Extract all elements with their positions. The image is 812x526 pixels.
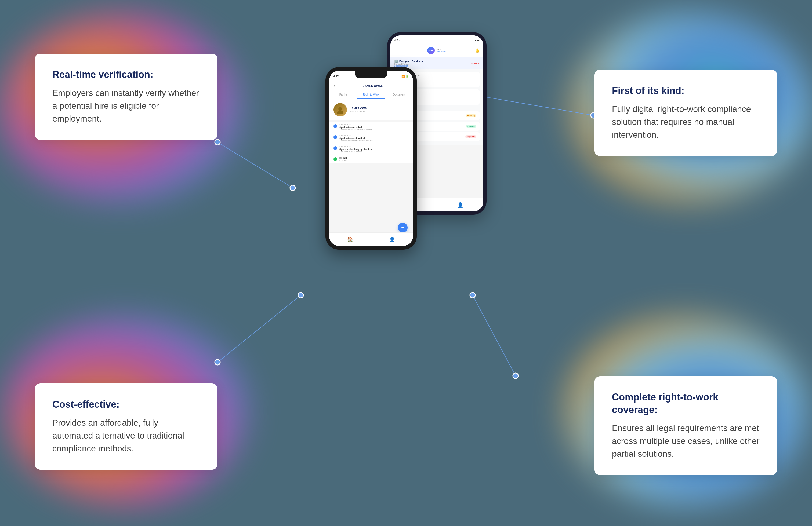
timeline-title-1: Application created <box>339 126 409 129</box>
notification-icon[interactable]: 🔔 <box>475 48 480 52</box>
front-phone-screen: 4:20 📶 🔋 ‹ JAMES OWSL Profile Right to W… <box>329 71 413 246</box>
svg-point-12 <box>338 107 342 111</box>
timeline-sub-2: Application submitted by candidate <box>339 139 409 142</box>
timeline-dot-3 <box>334 146 337 150</box>
back-phone-header: WPC WPC RightToWork 🔔 <box>390 45 483 57</box>
front-status-icons: 📶 🔋 <box>402 75 409 78</box>
card-tr-title: First of its kind: <box>612 85 760 97</box>
svg-point-5 <box>290 185 295 191</box>
card-tl-title: Real-time verification: <box>52 69 200 81</box>
applicant-2-badge: Positive <box>466 125 476 128</box>
timeline-title-4: Result <box>339 156 409 159</box>
company-sub: Standard Package <box>394 63 423 65</box>
fab-add-button[interactable]: + <box>398 223 408 232</box>
card-cost-effective: Cost-effective: Provides an affordable, … <box>35 384 218 470</box>
phone-notch <box>355 71 387 78</box>
sign-out-link[interactable]: Sign out <box>471 62 480 64</box>
logo-subtitle: RightToWork <box>436 51 446 52</box>
front-nav-home-icon[interactable]: 🏠 <box>347 237 353 242</box>
card-br-text: Ensures all legal requirements are met a… <box>612 422 760 460</box>
timeline-sub-3: The right-to-be Entreate <box>339 151 409 153</box>
timeline-dot-4 <box>334 157 337 161</box>
timeline-title-2: Application submitted <box>339 137 409 139</box>
logo-circle: WPC <box>427 47 435 54</box>
logo-text: WPC <box>428 49 434 52</box>
applicant-1-badge: Pending <box>466 114 476 117</box>
front-timeline: 27 Feb 2024 Application created Applicat… <box>329 122 413 163</box>
svg-point-9 <box>298 292 303 298</box>
company-name: Evergreen Solutions <box>399 60 423 62</box>
timeline-content-1: 27 Feb 2024 Application created Applicat… <box>339 123 409 131</box>
svg-point-10 <box>513 373 518 378</box>
card-complete-coverage: Complete right-to-work coverage: Ensures… <box>595 376 777 475</box>
phone-candidate: 4:20 📶 🔋 ‹ JAMES OWSL Profile Right to W… <box>325 67 417 250</box>
card-first-of-kind: First of its kind: Fully digital right-t… <box>595 70 777 156</box>
card-realtime-verification: Real-time verification: Employers can in… <box>35 54 218 140</box>
card-br-title: Complete right-to-work coverage: <box>612 391 760 416</box>
timeline-date-3: 27 Feb 2024 <box>339 146 409 148</box>
card-bl-text: Provides an affordable, fully automated … <box>52 416 200 455</box>
svg-line-3 <box>473 295 516 376</box>
front-profile-section: JAMES OWSL UX/UI Designer <box>329 99 413 120</box>
wpc-logo: WPC WPC RightToWork <box>427 47 446 54</box>
card-tr-text: Fully digital right-to-work compliance s… <box>612 103 760 141</box>
back-icons: ●●● <box>475 39 480 42</box>
hamburger-icon[interactable] <box>394 48 398 53</box>
timeline-item-3: 27 Feb 2024 System checking application … <box>334 144 409 155</box>
back-arrow-icon[interactable]: ‹ <box>334 84 335 88</box>
card-bl-title: Cost-effective: <box>52 398 200 411</box>
phones-container: 4:20 ●●● WPC WPC <box>325 32 487 274</box>
candidate-avatar <box>334 103 347 117</box>
logo-brand: WPC <box>436 48 446 51</box>
card-tl-text: Employers can instantly verify whether a… <box>52 86 200 125</box>
timeline-sub-4: Positive <box>339 159 409 162</box>
tab-profile[interactable]: Profile <box>329 91 357 99</box>
front-nav-tabs: Profile Right to Work Document <box>329 91 413 99</box>
tab-right-to-work[interactable]: Right to Work <box>357 91 385 99</box>
timeline-item-2: 27 Feb 2024 Application submitted Applic… <box>334 133 409 144</box>
timeline-date-1: 27 Feb 2024 <box>339 123 409 126</box>
timeline-content-3: 27 Feb 2024 System checking application … <box>339 146 409 153</box>
timeline-item-4: Result Positive <box>334 155 409 163</box>
avatar-svg <box>336 106 344 114</box>
timeline-dot-1 <box>334 124 337 128</box>
timeline-title-3: System checking application <box>339 148 409 151</box>
user-name-header: JAMES OWSL <box>337 84 409 88</box>
timeline-item-1: 27 Feb 2024 Application created Applicat… <box>334 122 409 133</box>
front-bottom-nav: 🏠 👤 <box>329 232 413 246</box>
svg-line-2 <box>218 295 301 362</box>
back-nav-profile-icon[interactable]: 👤 <box>457 202 463 208</box>
timeline-dot-2 <box>334 135 337 139</box>
front-time: 4:20 <box>334 75 339 78</box>
back-time: 4:20 <box>394 39 399 42</box>
applicant-3-badge: Negative <box>465 135 476 138</box>
front-phone-header: ‹ JAMES OWSL <box>329 81 413 91</box>
tab-document[interactable]: Document <box>385 91 413 99</box>
svg-point-11 <box>470 292 475 298</box>
company-detail: 1 application left <box>394 65 423 67</box>
candidate-name: JAMES OWSL <box>350 107 368 110</box>
timeline-content-4: Result Positive <box>339 156 409 162</box>
timeline-content-2: 27 Feb 2024 Application submitted Applic… <box>339 134 409 142</box>
svg-point-13 <box>337 110 344 114</box>
timeline-sub-1: Application created by user Tamer <box>339 129 409 131</box>
candidate-role: UX/UI Designer <box>350 110 368 112</box>
timeline-date-2: 27 Feb 2024 <box>339 134 409 137</box>
back-status-bar: 4:20 ●●● <box>390 35 483 45</box>
front-nav-profile-icon[interactable]: 👤 <box>389 237 395 242</box>
